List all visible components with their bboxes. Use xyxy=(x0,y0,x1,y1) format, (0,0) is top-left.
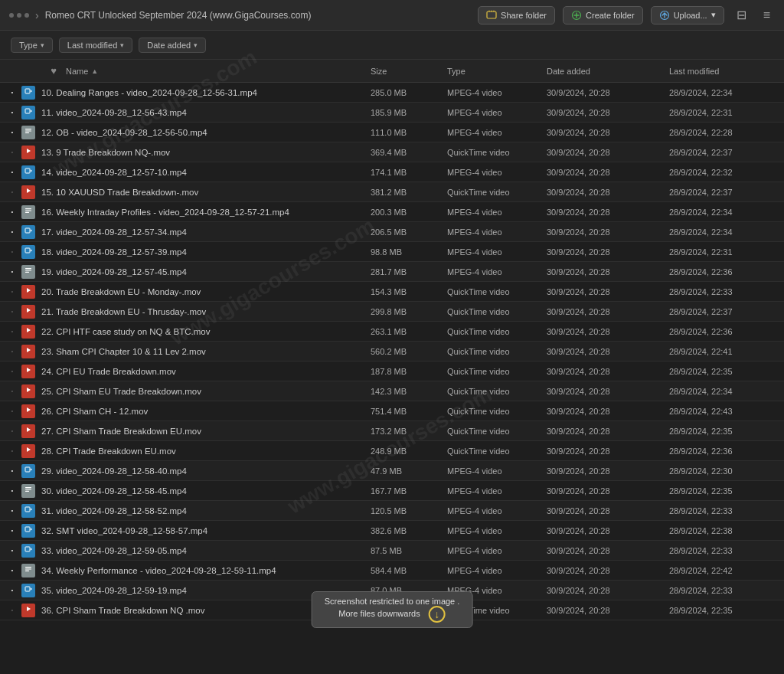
table-row[interactable]: •22. CPI HTF case study on NQ & BTC.mov2… xyxy=(0,322,784,342)
col-header-name[interactable]: Name ▲ xyxy=(61,67,371,76)
row-favorite-dot[interactable]: • xyxy=(6,268,18,275)
file-date-added: 30/9/2024, 20:28 xyxy=(547,148,669,157)
file-last-modified: 28/9/2024, 22:34 xyxy=(669,208,784,217)
table-row[interactable]: •29. video_2024-09-28_12-58-40.mp447.9 M… xyxy=(0,461,784,481)
row-favorite-dot[interactable]: • xyxy=(6,388,18,394)
table-row[interactable]: •32. SMT video_2024-09-28_12-58-57.mp438… xyxy=(0,521,784,541)
col-header-type[interactable]: Type xyxy=(447,67,547,76)
svg-rect-0 xyxy=(487,11,496,18)
row-favorite-dot[interactable]: • xyxy=(6,547,18,554)
svg-marker-39 xyxy=(31,508,32,510)
col-header-date-added[interactable]: Date added xyxy=(547,67,669,76)
table-row[interactable]: •30. video_2024-09-28_12-58-45.mp4167.7 … xyxy=(0,481,784,501)
table-row[interactable]: •10. Dealing Ranges - video_2024-09-28_1… xyxy=(0,83,784,103)
row-favorite-dot[interactable]: • xyxy=(6,328,18,335)
file-type-icon xyxy=(21,345,35,358)
table-row[interactable]: •33. video_2024-09-28_12-59-05.mp487.5 M… xyxy=(0,541,784,561)
grid-view-button[interactable]: ⊟ xyxy=(732,6,751,24)
svg-rect-40 xyxy=(25,527,30,532)
row-favorite-dot[interactable]: • xyxy=(6,427,18,434)
file-icon-wrap xyxy=(18,205,38,219)
table-row[interactable]: •11. video_2024-09-28_12-56-43.mp4185.9 … xyxy=(0,103,784,123)
table-row[interactable]: •19. video_2024-09-28_12-57-45.mp4281.7 … xyxy=(0,262,784,282)
row-favorite-dot[interactable]: • xyxy=(6,288,18,295)
table-row[interactable]: •26. CPI Sham CH - 12.mov751.4 MBQuickTi… xyxy=(0,401,784,421)
row-favorite-dot[interactable]: • xyxy=(6,607,18,613)
upload-icon xyxy=(659,10,670,21)
file-date-added: 30/9/2024, 20:28 xyxy=(547,247,669,257)
table-row[interactable]: •25. CPI Sham EU Trade Breakdown.mov142.… xyxy=(0,381,784,401)
table-row[interactable]: •14. video_2024-09-28_12-57-10.mp4174.1 … xyxy=(0,162,784,182)
table-row[interactable]: •31. video_2024-09-28_12-58-52.mp4120.5 … xyxy=(0,501,784,521)
file-type-icon xyxy=(21,444,35,458)
file-name: 22. CPI HTF case study on NQ & BTC.mov xyxy=(38,327,371,336)
row-favorite-dot[interactable]: • xyxy=(6,567,18,574)
col-header-last-modified[interactable]: Last modified xyxy=(669,67,784,76)
row-favorite-dot[interactable]: • xyxy=(6,228,18,235)
file-size: 206.5 MB xyxy=(371,227,447,237)
file-type-icon xyxy=(21,245,35,259)
row-favorite-dot[interactable]: • xyxy=(6,348,18,355)
file-icon-wrap xyxy=(18,484,38,498)
row-favorite-dot[interactable]: • xyxy=(6,129,18,136)
file-size: 299.8 MB xyxy=(371,307,447,316)
table-row[interactable]: •34. Weekly Performance - video_2024-09-… xyxy=(0,561,784,581)
file-icon-wrap xyxy=(18,444,38,458)
last-modified-filter-button[interactable]: Last modified ▾ xyxy=(59,38,132,53)
file-type: QuickTime video xyxy=(447,407,547,416)
file-date-added: 30/9/2024, 20:28 xyxy=(547,367,669,376)
table-row[interactable]: •28. CPI Trade Breakdown EU.mov248.9 MBQ… xyxy=(0,441,784,461)
dot-1 xyxy=(9,13,14,18)
table-row[interactable]: •27. CPI Sham Trade Breakdown EU.mov173.… xyxy=(0,421,784,441)
type-filter-button[interactable]: Type ▾ xyxy=(11,38,53,53)
table-row[interactable]: •13. 9 Trade Breakdown NQ-.mov369.4 MBQu… xyxy=(0,142,784,162)
file-last-modified: 28/9/2024, 22:41 xyxy=(669,347,784,356)
row-favorite-dot[interactable]: • xyxy=(6,447,18,454)
file-type: MPEG-4 video xyxy=(447,526,547,535)
date-added-filter-button[interactable]: Date added ▾ xyxy=(139,38,206,53)
table-row[interactable]: •21. Trade Breakdown EU - Thrusday-.mov2… xyxy=(0,302,784,322)
table-row[interactable]: •16. Weekly Intraday Profiles - video_20… xyxy=(0,202,784,222)
table-row[interactable]: •17. video_2024-09-28_12-57-34.mp4206.5 … xyxy=(0,222,784,242)
file-size: 263.1 MB xyxy=(371,327,447,336)
file-date-added: 30/9/2024, 20:28 xyxy=(547,427,669,436)
row-favorite-dot[interactable]: • xyxy=(6,109,18,116)
row-favorite-dot[interactable]: • xyxy=(6,487,18,494)
row-favorite-dot[interactable]: • xyxy=(6,188,18,195)
file-type-icon xyxy=(21,165,35,179)
row-favorite-dot[interactable]: • xyxy=(6,527,18,534)
table-row[interactable]: •20. Trade Breakdown EU - Monday-.mov154… xyxy=(0,282,784,302)
file-icon-wrap xyxy=(18,285,38,299)
table-row[interactable]: •23. Sham CPI Chapter 10 & 11 Lev 2.mov5… xyxy=(0,342,784,362)
col-header-size[interactable]: Size xyxy=(371,67,447,76)
row-favorite-dot[interactable]: • xyxy=(6,507,18,514)
table-row[interactable]: •15. 10 XAUUSD Trade Breakdown-.mov381.2… xyxy=(0,182,784,202)
file-size: 87.5 MB xyxy=(371,546,447,555)
upload-button[interactable]: Upload... ▾ xyxy=(651,6,724,25)
table-row[interactable]: •12. OB - video_2024-09-28_12-56-50.mp41… xyxy=(0,123,784,142)
row-favorite-dot[interactable]: • xyxy=(6,168,18,175)
file-type-icon xyxy=(21,604,35,617)
row-favorite-dot[interactable]: • xyxy=(6,368,18,375)
file-date-added: 30/9/2024, 20:28 xyxy=(547,347,669,356)
row-favorite-dot[interactable]: • xyxy=(6,208,18,215)
row-favorite-dot[interactable]: • xyxy=(6,248,18,255)
row-favorite-dot[interactable]: • xyxy=(6,89,18,96)
file-name: 23. Sham CPI Chapter 10 & 11 Lev 2.mov xyxy=(38,347,371,356)
create-folder-button[interactable]: Create folder xyxy=(563,6,643,25)
file-icon-wrap xyxy=(18,106,38,119)
table-row[interactable]: •24. CPI EU Trade Breakdown.mov187.8 MBQ… xyxy=(0,362,784,381)
row-favorite-dot[interactable]: • xyxy=(6,308,18,315)
row-favorite-dot[interactable]: • xyxy=(6,467,18,474)
row-favorite-dot[interactable]: • xyxy=(6,149,18,155)
row-favorite-dot[interactable]: • xyxy=(6,407,18,414)
file-last-modified: 28/9/2024, 22:31 xyxy=(669,108,784,117)
svg-rect-36 xyxy=(25,489,31,489)
row-favorite-dot[interactable]: • xyxy=(6,587,18,594)
svg-rect-15 xyxy=(25,210,31,211)
table-row[interactable]: •18. video_2024-09-28_12-57-39.mp498.8 M… xyxy=(0,242,784,262)
file-type-icon xyxy=(21,185,35,199)
menu-button[interactable]: ≡ xyxy=(759,7,775,24)
file-name: 11. video_2024-09-28_12-56-43.mp4 xyxy=(38,108,371,117)
share-folder-button[interactable]: Share folder xyxy=(478,6,555,25)
